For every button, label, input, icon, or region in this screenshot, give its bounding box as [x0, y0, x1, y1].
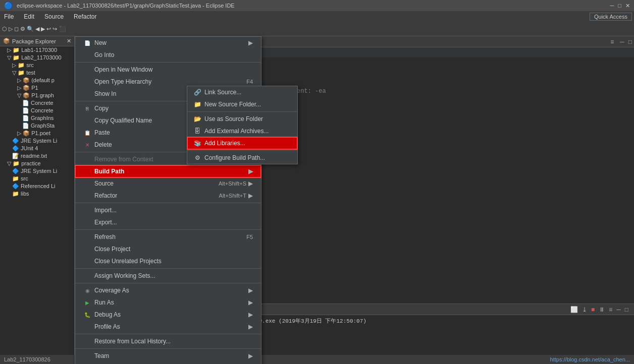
bottom-minimize-icon[interactable]: ─ [615, 306, 622, 313]
menu-assign-working[interactable]: Assign Working Sets... [75, 270, 261, 282]
menu-go-into[interactable]: Go Into [75, 49, 261, 61]
library-icon: 📚 [193, 139, 201, 147]
close-unrelated-icon [83, 257, 91, 265]
tree-item-libs[interactable]: 📁 libs [0, 190, 74, 198]
console-clear-icon[interactable]: ⬜ [569, 306, 579, 313]
menu-file[interactable]: File [2, 12, 16, 21]
remove-icon [83, 155, 91, 163]
delete-icon: ✕ [83, 141, 91, 149]
tree-item-p1[interactable]: ▷ 📦 P1 [0, 84, 74, 92]
refactor-icon [83, 192, 91, 200]
tree-item-graphins[interactable]: 📄 GraphIns [0, 114, 74, 122]
submenu-buildpath: 🔗 Link Source... 📁 New Source Folder... … [187, 86, 298, 164]
copy2-icon [83, 116, 91, 125]
menu-refactor[interactable]: Refactor Alt+Shift+T ▶ [75, 190, 261, 202]
close-button[interactable]: ✕ [625, 3, 630, 9]
separator [75, 268, 261, 269]
tree-item-jre2[interactable]: 🔷 JRE System Li [0, 167, 74, 175]
tree-item-readme[interactable]: 📝 readme.txt [0, 152, 74, 160]
coverage-icon: ◉ [83, 286, 91, 294]
menu-source[interactable]: Source [42, 12, 66, 21]
console-terminate-icon[interactable]: ■ [590, 306, 596, 313]
menu-export[interactable]: Export... [75, 216, 261, 228]
package-explorer-icon: 📦 [3, 38, 10, 44]
editor-menu-icon[interactable]: ≡ [606, 38, 618, 45]
tree-item-p1poet[interactable]: ▷ 📦 P1.poet [0, 130, 74, 137]
tree-item-lab2[interactable]: ▽ 📁 Lab2_11703000 [0, 54, 74, 62]
tree-item-concrete1[interactable]: 📄 Concrete [0, 99, 74, 107]
menu-run-as[interactable]: ▶ Run As ▶ [75, 296, 261, 309]
submenu-link-source[interactable]: 🔗 Link Source... [187, 86, 297, 98]
tree-item-p1graph[interactable]: ▽ 📦 P1.graph [0, 92, 74, 99]
goto-icon [83, 51, 91, 59]
menu-profile-as[interactable]: Profile As ▶ [75, 321, 261, 333]
archive-icon: 🗄 [193, 127, 201, 135]
refresh-icon [83, 233, 91, 241]
menu-new[interactable]: 📄 New ▶ [75, 37, 261, 49]
buildpath-icon [83, 167, 91, 175]
separator [75, 334, 261, 334]
sidebar: 📦 Package Explorer ✕ ▷ 📁 Lab1-1170300 ▽ … [0, 36, 75, 364]
window-icon [83, 66, 91, 74]
minimize-button[interactable]: ─ [610, 3, 614, 9]
new-source-folder-icon: 📁 [193, 100, 201, 108]
tree-item-default[interactable]: ▷ 📦 (default p [0, 77, 74, 84]
tree-item-junit[interactable]: 🔷 JUnit 4 [0, 145, 74, 152]
menu-coverage-as[interactable]: ◉ Coverage As ▶ [75, 284, 261, 296]
hierarchy-icon [83, 78, 91, 86]
menu-edit[interactable]: Edit [22, 12, 36, 21]
menu-build-path[interactable]: Build Path ▶ [75, 165, 261, 177]
menu-source[interactable]: Source Alt+Shift+S ▶ [75, 177, 261, 190]
title-bar: 🔵 eclipse-workspace - Lab2_1170300826/te… [0, 0, 634, 11]
menu-import[interactable]: Import... [75, 204, 261, 216]
submenu-add-external-archives[interactable]: 🗄 Add External Archives... [187, 125, 297, 137]
menu-refactor[interactable]: Refactor [72, 12, 98, 21]
submenu-use-source-folder[interactable]: 📂 Use as Source Folder [187, 113, 297, 125]
tree-item-lab1[interactable]: ▷ 📁 Lab1-1170300 [0, 46, 74, 54]
tree-item-test[interactable]: ▽ 📁 test [0, 69, 74, 77]
tree-item-src2[interactable]: 📁 src [0, 175, 74, 183]
sidebar-close-icon[interactable]: ✕ [67, 38, 71, 44]
paste-icon: 📋 [83, 129, 91, 137]
profile-icon [83, 323, 91, 331]
quick-access-btn[interactable]: Quick Access [590, 13, 632, 21]
submenu-configure-build-path[interactable]: ⚙ Configure Build Path... [187, 152, 297, 164]
menu-refresh[interactable]: Refresh F5 [75, 231, 261, 243]
workingsets-icon [83, 272, 91, 280]
separator [75, 348, 261, 349]
menu-restore-history[interactable]: Restore from Local History... [75, 335, 261, 347]
menu-compare-with[interactable]: Compare With ▶ [75, 362, 261, 364]
tree-item-practice[interactable]: ▽ 📁 practice [0, 160, 74, 167]
copy-icon: ⎘ [83, 104, 91, 112]
tree-item-graphsta[interactable]: 📄 GraphSta [0, 122, 74, 130]
tree-item-referenced[interactable]: 🔷 Referenced Li [0, 183, 74, 190]
submenu-new-source-folder[interactable]: 📁 New Source Folder... [187, 98, 297, 110]
status-left: Lab2_1170300826 [4, 356, 50, 362]
separator [75, 229, 261, 230]
maximize-button[interactable]: □ [618, 3, 621, 9]
maximize-editor-icon[interactable]: □ [626, 38, 634, 45]
showin-icon [83, 90, 91, 98]
source-icon [83, 179, 91, 188]
tree-item-concrete2[interactable]: 📄 Concrete [0, 107, 74, 114]
console-scroll-icon[interactable]: ⤓ [580, 306, 589, 313]
menu-bar: File Edit Source Refactor Quick Access [0, 11, 634, 22]
tree-item-jre[interactable]: 🔷 JRE System Li [0, 137, 74, 145]
tree-item-src[interactable]: ▷ 📁 src [0, 62, 74, 69]
separator [187, 150, 297, 151]
menu-debug-as[interactable]: 🐛 Debug As ▶ [75, 309, 261, 321]
menu-team[interactable]: Team ▶ [75, 350, 261, 362]
menu-open-window[interactable]: Open in New Window [75, 64, 261, 76]
minimize-editor-icon[interactable]: ─ [618, 38, 626, 45]
submenu-add-libraries[interactable]: 📚 Add Libraries... [187, 137, 297, 149]
close-project-icon [83, 245, 91, 253]
console-disconnect-icon[interactable]: ⏸ [597, 306, 606, 313]
menu-close-unrelated[interactable]: Close Unrelated Projects [75, 255, 261, 267]
status-right: https://blog.csdn.net/aca_chen... [550, 356, 630, 362]
import-icon [83, 206, 91, 214]
console-menu-icon[interactable]: ≡ [607, 306, 614, 313]
toolbar: ⬡ ▷ ◻ ⚙ 🔍 ◀ ▶ ↩ ↪ ⬛ [0, 22, 634, 36]
bottom-maximize-icon[interactable]: □ [623, 306, 630, 313]
menu-close-project[interactable]: Close Project [75, 243, 261, 255]
sidebar-title: Package Explorer [12, 38, 56, 44]
